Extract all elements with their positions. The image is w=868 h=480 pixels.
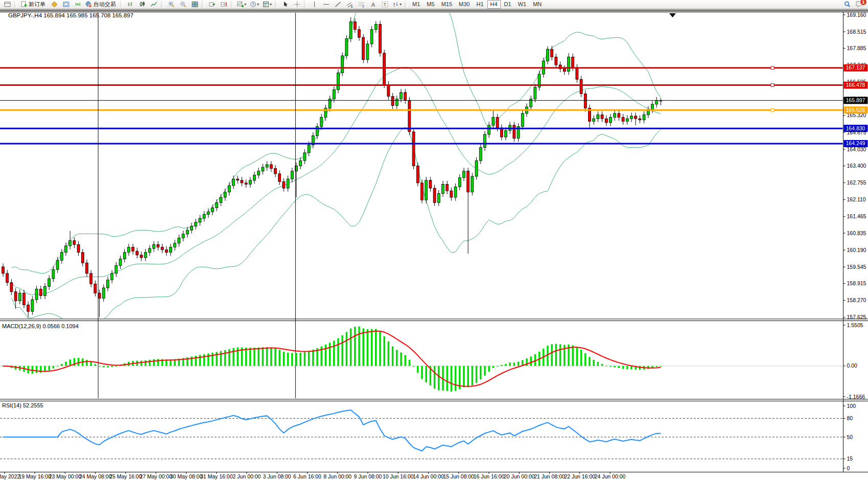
timeframe-h4[interactable]: H4 bbox=[487, 0, 501, 9]
candle bbox=[39, 289, 42, 296]
search-button[interactable] bbox=[841, 0, 853, 9]
window-icon[interactable] bbox=[2, 0, 13, 9]
candle bbox=[601, 115, 603, 119]
timeframe-h1[interactable]: H1 bbox=[473, 0, 486, 9]
periods-button[interactable]: ▾ bbox=[248, 0, 261, 9]
candle bbox=[228, 186, 230, 192]
time-axis-label: 6 Jun 16:00 bbox=[293, 473, 321, 479]
candle bbox=[366, 44, 369, 60]
timeframe-mn[interactable]: MN bbox=[530, 0, 545, 9]
trendline-button[interactable] bbox=[332, 0, 343, 9]
timeframe-m15[interactable]: M15 bbox=[438, 0, 455, 9]
candle bbox=[119, 259, 122, 266]
candle bbox=[249, 180, 251, 185]
crosshair-button[interactable] bbox=[291, 0, 302, 9]
candle bbox=[547, 49, 549, 61]
candle bbox=[421, 183, 424, 200]
candle bbox=[345, 39, 348, 56]
candle bbox=[572, 57, 574, 68]
candle bbox=[433, 188, 436, 202]
time-axis[interactable]: 18 May 202219 May 16:0023 May 00:0024 Ma… bbox=[0, 472, 626, 480]
autotrading-icon bbox=[85, 1, 92, 8]
candle bbox=[237, 179, 239, 180]
vertical-line-button[interactable] bbox=[309, 0, 320, 9]
candle bbox=[521, 113, 524, 127]
time-axis-label: 19 May 16:00 bbox=[18, 473, 51, 479]
timeframe-w1[interactable]: W1 bbox=[515, 0, 530, 9]
candle bbox=[115, 265, 118, 273]
time-axis-label: 15 Jun 08:00 bbox=[443, 473, 474, 479]
candle bbox=[475, 161, 478, 176]
cursor-icon bbox=[282, 1, 289, 8]
candle bbox=[182, 234, 184, 238]
candle bbox=[262, 167, 264, 171]
candle bbox=[299, 161, 302, 166]
axis-label: 168.515 bbox=[847, 29, 866, 35]
candle bbox=[387, 84, 390, 96]
auto-scroll-button[interactable] bbox=[206, 0, 218, 9]
macd-label: MACD(12,26,9) 0.0566 0.1094 bbox=[2, 323, 79, 329]
notifications-button[interactable]: 1 bbox=[856, 1, 863, 8]
templates-button[interactable]: ▾ bbox=[261, 0, 273, 9]
candle bbox=[216, 202, 218, 208]
strategy-tester-button[interactable] bbox=[72, 0, 83, 9]
candle bbox=[266, 165, 268, 167]
zoom-out-button[interactable] bbox=[177, 0, 189, 9]
new-order-button[interactable]: 新订单 bbox=[19, 0, 48, 9]
candle bbox=[186, 230, 189, 234]
svg-text:F: F bbox=[362, 5, 364, 8]
bar-chart-button[interactable] bbox=[125, 0, 136, 9]
indicators-button[interactable]: ▾ bbox=[236, 0, 248, 9]
axis-label: 160.835 bbox=[847, 230, 866, 236]
candlestick-icon bbox=[139, 1, 146, 8]
candle bbox=[18, 293, 21, 301]
horizontal-line-button[interactable] bbox=[320, 0, 332, 9]
chart-shift-button[interactable] bbox=[218, 0, 229, 9]
cursor-button[interactable] bbox=[279, 0, 291, 9]
timeframe-m5[interactable]: M5 bbox=[424, 0, 437, 9]
zoom-in-button[interactable] bbox=[166, 0, 177, 9]
equidistant-channel-button[interactable]: E bbox=[344, 0, 355, 9]
price-tag-label: 167.137 bbox=[846, 64, 865, 71]
text-label-button[interactable]: T bbox=[379, 0, 390, 9]
candle bbox=[496, 118, 499, 128]
history-center-button[interactable] bbox=[49, 0, 60, 9]
candle bbox=[354, 21, 356, 29]
candle bbox=[458, 178, 461, 187]
axis-label: -1.1666 bbox=[847, 394, 865, 400]
candle bbox=[65, 246, 67, 253]
text-button[interactable]: A bbox=[367, 0, 379, 9]
candle bbox=[232, 179, 235, 186]
time-axis-label: 23 May 00:00 bbox=[49, 473, 82, 479]
tile-windows-icon bbox=[192, 1, 198, 8]
fibonacci-button[interactable]: F bbox=[356, 0, 367, 9]
chart-canvas[interactable]: 169.160168.515167.885167.240166.595165.9… bbox=[0, 11, 868, 480]
candle bbox=[576, 67, 578, 79]
candlestick-chart-button[interactable] bbox=[136, 0, 148, 9]
svg-text:T: T bbox=[383, 2, 386, 7]
candle bbox=[98, 293, 101, 298]
candle bbox=[655, 101, 658, 104]
candle bbox=[320, 118, 323, 127]
timeframe-m1[interactable]: M1 bbox=[409, 0, 423, 9]
arrows-button[interactable]: ▾ bbox=[391, 0, 403, 9]
candle bbox=[27, 305, 30, 311]
search-icon bbox=[844, 1, 851, 8]
time-axis-label: 14 Jun 00:00 bbox=[413, 473, 444, 479]
timeframe-m30[interactable]: M30 bbox=[456, 0, 473, 9]
candle bbox=[60, 253, 63, 260]
candle bbox=[446, 184, 449, 191]
timeframe-d1[interactable]: D1 bbox=[501, 0, 514, 9]
candle bbox=[153, 244, 155, 248]
tile-windows-button[interactable] bbox=[189, 0, 200, 9]
candle bbox=[174, 243, 176, 247]
axis-label: 0.00 bbox=[847, 362, 858, 369]
data-window-button[interactable] bbox=[60, 0, 72, 9]
candle bbox=[270, 165, 272, 169]
candle bbox=[69, 241, 72, 246]
autotrading-button[interactable]: 自动交易 bbox=[84, 0, 119, 9]
candle bbox=[31, 300, 34, 311]
indicators-icon bbox=[237, 1, 244, 8]
candle bbox=[308, 145, 310, 152]
line-chart-button[interactable] bbox=[148, 0, 159, 9]
